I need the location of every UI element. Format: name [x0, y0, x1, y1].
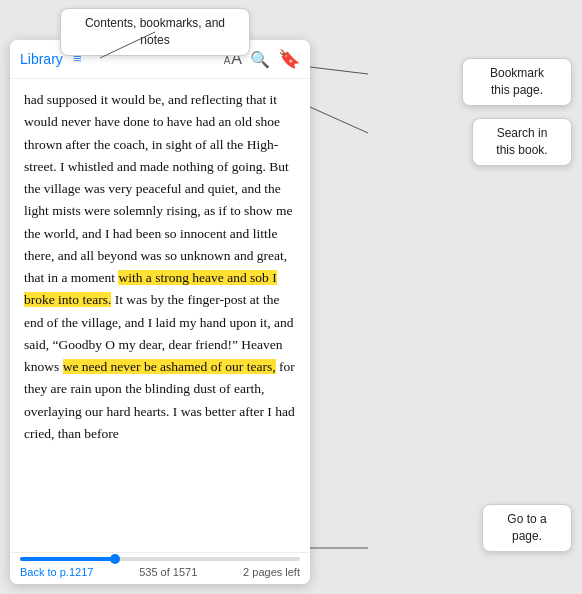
svg-line-2	[310, 107, 368, 133]
callout-bookmark-text: Bookmarkthis page.	[490, 66, 544, 97]
progress-bar[interactable]	[20, 557, 300, 561]
library-button[interactable]: Library	[20, 51, 63, 67]
callout-page: Go to a page.	[482, 504, 572, 552]
progress-fill	[20, 557, 115, 561]
callout-bookmark: Bookmarkthis page.	[462, 58, 572, 106]
small-a-label: A	[224, 55, 231, 66]
book-text-before-highlight1: had supposed it would be, and reflecting…	[24, 92, 292, 285]
svg-line-1	[310, 67, 368, 74]
progress-dot	[110, 554, 120, 564]
callout-search-text: Search inthis book.	[496, 126, 547, 157]
callout-contents-text: Contents, bookmarks, and notes	[85, 16, 225, 47]
search-button[interactable]: 🔍	[250, 50, 270, 69]
back-to-page-button[interactable]: Back to p.1217	[20, 566, 93, 578]
book-footer: Back to p.1217 535 of 1571 2 pages left	[10, 552, 310, 584]
book-content: had supposed it would be, and reflecting…	[10, 79, 310, 552]
callout-page-text: Go to a page.	[507, 512, 546, 543]
bookmark-button[interactable]: 🔖	[278, 48, 300, 70]
footer-meta: Back to p.1217 535 of 1571 2 pages left	[20, 566, 300, 578]
callout-search: Search inthis book.	[472, 118, 572, 166]
pages-left: 2 pages left	[243, 566, 300, 578]
highlight-2: we need never be ashamed of our tears,	[63, 359, 276, 374]
page-position: 535 of 1571	[139, 566, 197, 578]
callout-contents: Contents, bookmarks, and notes	[60, 8, 250, 56]
book-panel: Library ≡ A A 🔍 🔖 had supposed it would …	[10, 40, 310, 584]
